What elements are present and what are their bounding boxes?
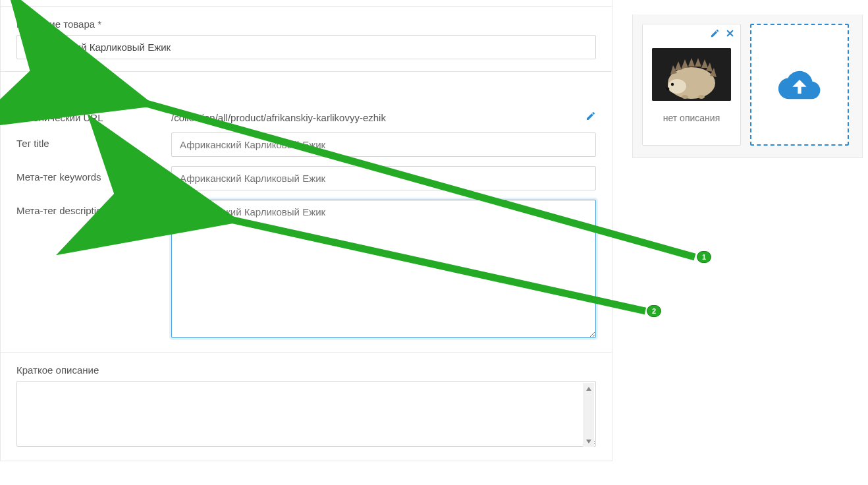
scrollbar[interactable] xyxy=(583,383,594,447)
chevron-down-icon xyxy=(97,88,102,91)
meta-description-input[interactable] xyxy=(171,200,596,338)
svg-point-4 xyxy=(666,88,670,91)
svg-point-6 xyxy=(698,95,705,99)
svg-point-2 xyxy=(668,79,686,94)
short-description-label: Краткое описание xyxy=(16,364,596,376)
canonical-url-label: Канонический URL xyxy=(16,107,171,123)
short-description-section: Краткое описание xyxy=(1,353,612,461)
tag-title-label: Тег title xyxy=(16,132,171,149)
meta-keywords-label: Мета-тег keywords xyxy=(16,166,171,183)
product-name-input[interactable] xyxy=(16,35,596,59)
upload-image-button[interactable] xyxy=(750,24,849,146)
edit-url-icon[interactable] xyxy=(585,111,596,123)
seo-toggle[interactable]: Параметры SEO xyxy=(16,84,596,95)
image-thumbnail xyxy=(652,48,731,101)
product-name-section: Название товара * xyxy=(1,7,612,72)
canonical-url-value: /collection/all/product/afrikanskiy-karl… xyxy=(171,107,386,123)
delete-image-icon[interactable] xyxy=(725,28,735,40)
seo-section: Параметры SEO Канонический URL /collecti… xyxy=(1,72,612,353)
meta-keywords-input[interactable] xyxy=(171,166,596,190)
image-card[interactable]: нет описания xyxy=(642,24,741,146)
svg-point-5 xyxy=(682,95,688,99)
meta-description-label: Мета-тег description xyxy=(16,200,171,216)
product-name-label: Название товара * xyxy=(16,18,596,30)
short-description-input[interactable] xyxy=(16,381,596,447)
svg-point-3 xyxy=(671,83,674,86)
annotation-badge-1: 1 xyxy=(697,251,711,263)
seo-header-label: Параметры SEO xyxy=(16,84,93,95)
upload-cloud-icon xyxy=(778,64,821,106)
media-panel: нет описания xyxy=(632,14,863,158)
edit-image-icon[interactable] xyxy=(710,28,720,40)
annotation-badge-2: 2 xyxy=(647,305,661,317)
image-caption: нет описания xyxy=(663,113,720,123)
tag-title-input[interactable] xyxy=(171,132,596,157)
